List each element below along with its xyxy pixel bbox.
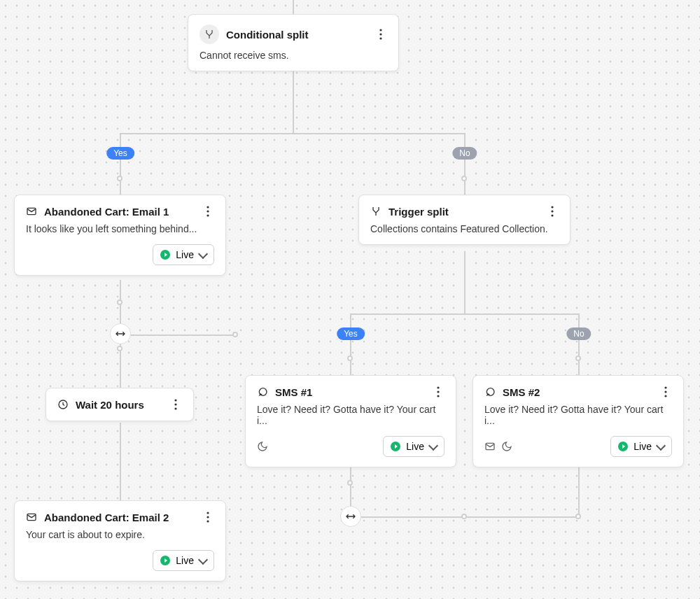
branch-no-pill: No [566, 327, 591, 340]
card-title: Abandoned Cart: Email 2 [44, 512, 195, 523]
svg-point-4 [206, 206, 209, 208]
branch-yes-pill: Yes [337, 327, 365, 340]
connector-dot [461, 514, 467, 519]
status-dropdown[interactable]: Live [610, 436, 672, 457]
email1-card[interactable]: Abandoned Cart: Email 1 It looks like yo… [14, 195, 226, 276]
email2-card[interactable]: Abandoned Cart: Email 2 Your cart is abo… [14, 500, 226, 582]
dots-vertical-icon [437, 386, 440, 397]
connector [350, 313, 579, 315]
play-icon [391, 442, 400, 451]
svg-point-13 [664, 386, 666, 388]
card-subtitle: Cannot receive sms. [200, 50, 387, 61]
mail-icon [26, 206, 37, 217]
chevron-down-icon [656, 440, 666, 450]
dots-vertical-icon [379, 29, 382, 40]
dots-vertical-icon [551, 206, 554, 217]
svg-point-5 [206, 210, 209, 212]
more-button[interactable] [374, 28, 387, 41]
status-dropdown[interactable]: Live [153, 244, 214, 265]
sms2-card[interactable]: SMS #2 Love it? Need it? Gotta have it? … [472, 375, 684, 467]
connector [130, 334, 236, 336]
card-title: Conditional split [226, 29, 368, 41]
moon-icon [501, 441, 512, 452]
connector [578, 461, 580, 517]
card-subtitle: Love it? Need it? Gotta have it? Your ca… [484, 404, 672, 426]
svg-point-8 [551, 210, 553, 212]
connector [464, 133, 465, 196]
connector-dot [347, 355, 353, 361]
conditional-split-card[interactable]: Conditional split Cannot receive sms. [188, 14, 399, 71]
wait-card[interactable]: Wait 20 hours [46, 388, 194, 421]
svg-point-20 [174, 407, 176, 409]
branch-yes-pill: Yes [106, 147, 134, 160]
play-icon [618, 442, 628, 451]
mail-icon [26, 512, 37, 523]
branch-icon [204, 29, 215, 40]
svg-point-10 [437, 386, 439, 388]
connector-dot [461, 176, 467, 181]
connector-dot [117, 346, 122, 351]
message-icon [257, 386, 268, 397]
card-subtitle: Love it? Need it? Gotta have it? Your ca… [257, 404, 444, 426]
more-button[interactable] [659, 386, 672, 398]
more-button[interactable] [432, 386, 444, 398]
status-dropdown[interactable]: Live [153, 550, 214, 571]
card-title: Abandoned Cart: Email 1 [44, 206, 195, 218]
svg-point-1 [379, 33, 382, 35]
trigger-split-card[interactable]: Trigger split Collections contains Featu… [358, 195, 570, 245]
connector [350, 313, 351, 375]
card-subtitle: It looks like you left something behind.… [26, 223, 214, 234]
connector [120, 423, 121, 501]
status-dropdown[interactable]: Live [383, 436, 444, 457]
merge-icon [115, 328, 126, 339]
svg-point-2 [379, 37, 382, 39]
status-label: Live [176, 555, 194, 566]
dots-vertical-icon [206, 206, 209, 217]
card-title: Trigger split [388, 206, 539, 218]
svg-point-22 [206, 512, 209, 514]
more-button[interactable] [169, 398, 182, 411]
more-button[interactable] [202, 205, 214, 218]
svg-point-19 [174, 403, 176, 405]
status-label: Live [176, 249, 194, 260]
svg-point-23 [206, 516, 209, 518]
svg-point-11 [437, 390, 439, 393]
connector-dot [575, 355, 581, 361]
connector [120, 133, 121, 196]
svg-point-24 [206, 520, 209, 522]
connector-dot [232, 332, 238, 337]
connector [120, 133, 465, 134]
svg-point-7 [551, 206, 553, 208]
merge-node-right[interactable] [340, 506, 361, 527]
connector-dot [117, 176, 122, 181]
connector [578, 313, 580, 375]
card-title: SMS #1 [275, 386, 425, 398]
card-subtitle: Collections contains Featured Collection… [370, 223, 559, 234]
more-button[interactable] [546, 205, 559, 218]
branch-no-pill: No [452, 147, 477, 160]
dots-vertical-icon [664, 386, 667, 397]
svg-point-0 [379, 29, 382, 31]
merge-node-left[interactable] [110, 323, 131, 344]
message-icon [484, 386, 496, 397]
chevron-down-icon [198, 554, 208, 564]
svg-point-6 [206, 214, 209, 216]
connector [464, 253, 465, 314]
svg-point-18 [174, 399, 176, 401]
connector-dot [575, 514, 581, 519]
card-subtitle: Your cart is about to expire. [26, 529, 214, 540]
more-button[interactable] [202, 511, 214, 523]
split-icon [200, 24, 219, 44]
sms1-card[interactable]: SMS #1 Love it? Need it? Gotta have it? … [245, 375, 456, 467]
play-icon [160, 556, 170, 565]
chevron-down-icon [428, 440, 438, 450]
svg-point-14 [664, 390, 666, 393]
dots-vertical-icon [174, 399, 177, 410]
svg-point-12 [437, 395, 439, 397]
clock-icon [57, 399, 69, 410]
dots-vertical-icon [206, 512, 209, 523]
status-label: Live [634, 441, 652, 452]
status-label: Live [406, 441, 424, 452]
play-icon [160, 250, 170, 260]
chevron-down-icon [198, 248, 208, 258]
